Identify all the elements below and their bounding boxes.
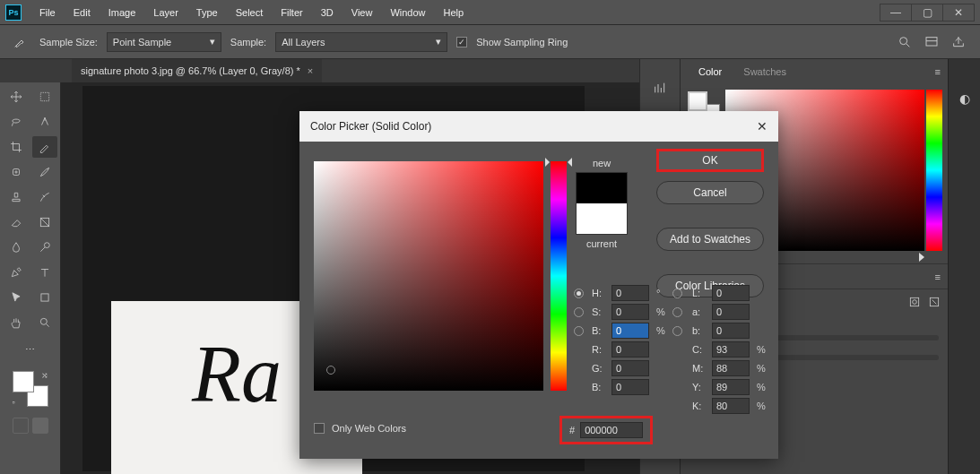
path-select-tool[interactable] (4, 287, 29, 308)
dialog-close-button[interactable]: ✕ (757, 119, 768, 134)
active-tool-icon[interactable] (9, 31, 30, 53)
eyedropper-tool[interactable] (32, 136, 57, 158)
radio-a[interactable] (672, 307, 682, 317)
healing-tool[interactable] (4, 161, 29, 183)
adjustment-clip-icon[interactable] (928, 296, 941, 308)
blur-tool[interactable] (4, 237, 29, 258)
default-colors-icon[interactable]: ▫ (13, 398, 15, 407)
tab-color[interactable]: Color (688, 62, 733, 82)
panel-fg-swatch[interactable] (688, 91, 707, 111)
close-tab-icon[interactable]: × (308, 65, 313, 76)
edit-toolbar-button[interactable]: ⋯ (4, 339, 56, 360)
crop-tool[interactable] (4, 136, 29, 158)
input-r[interactable] (611, 341, 649, 358)
search-icon[interactable] (898, 35, 912, 49)
input-c[interactable] (712, 341, 750, 358)
menu-file[interactable]: File (30, 7, 65, 18)
brush-tool[interactable] (32, 161, 57, 183)
adjustment-preset-icon[interactable] (908, 296, 921, 308)
window-maximize-button[interactable]: ▢ (911, 4, 943, 22)
input-blue[interactable] (611, 379, 649, 395)
color-field[interactable] (314, 161, 543, 391)
share-icon[interactable] (951, 35, 966, 49)
radio-b[interactable] (574, 326, 584, 336)
input-y[interactable] (712, 379, 750, 395)
signature-content: Ra (192, 328, 282, 420)
panel-menu-icon[interactable]: ≡ (935, 271, 941, 282)
label-l: L: (692, 288, 708, 298)
show-ring-label: Show Sampling Ring (476, 37, 568, 47)
only-web-colors-checkbox[interactable] (314, 423, 325, 434)
cancel-button[interactable]: Cancel (656, 181, 764, 204)
history-brush-tool[interactable] (32, 186, 57, 208)
quick-mask-toggle[interactable] (4, 418, 56, 434)
radio-labb[interactable] (672, 326, 682, 336)
show-ring-checkbox[interactable]: ✓ (456, 37, 467, 47)
swap-colors-icon[interactable]: ⤭ (41, 371, 48, 380)
stamp-tool[interactable] (4, 186, 29, 208)
chevron-down-icon: ▾ (210, 36, 215, 47)
marquee-tool[interactable] (32, 86, 57, 108)
shape-tool[interactable] (32, 287, 57, 308)
input-l[interactable] (712, 285, 750, 301)
input-brightness[interactable] (611, 323, 649, 339)
menu-filter[interactable]: Filter (272, 7, 311, 18)
type-tool[interactable] (32, 262, 57, 283)
lasso-tool[interactable] (4, 111, 29, 133)
sample-select[interactable]: All Layers▾ (275, 32, 447, 52)
menu-layer[interactable]: Layer (144, 7, 187, 18)
input-h[interactable] (611, 285, 649, 301)
window-close-button[interactable]: ✕ (942, 4, 975, 22)
ok-button[interactable]: OK (656, 149, 764, 172)
eraser-tool[interactable] (4, 211, 29, 233)
input-k[interactable] (712, 398, 750, 414)
histogram-icon[interactable] (653, 81, 667, 95)
input-g[interactable] (611, 360, 649, 376)
zoom-tool[interactable] (32, 312, 57, 333)
radio-s[interactable] (574, 307, 584, 317)
gradient-tool[interactable] (32, 211, 57, 233)
menu-view[interactable]: View (343, 7, 382, 18)
input-m[interactable] (712, 360, 750, 376)
menu-edit[interactable]: Edit (65, 7, 100, 18)
color-picker-dialog: Color Picker (Solid Color) ✕ new current… (299, 111, 778, 459)
creative-cloud-icon[interactable]: ◐ (956, 90, 974, 108)
new-color-label: new (576, 158, 628, 168)
input-a[interactable] (712, 304, 750, 320)
hand-tool[interactable] (4, 312, 29, 333)
hex-input[interactable] (580, 422, 643, 438)
menu-window[interactable]: Window (381, 7, 434, 18)
menu-help[interactable]: Help (435, 7, 473, 18)
add-to-swatches-button[interactable]: Add to Swatches (656, 228, 764, 251)
radio-h[interactable] (574, 289, 584, 298)
menu-select[interactable]: Select (227, 7, 273, 18)
current-color-swatch[interactable] (577, 203, 627, 234)
quick-select-tool[interactable] (32, 111, 57, 133)
dialog-title-bar[interactable]: Color Picker (Solid Color) ✕ (299, 111, 778, 142)
label-bb: B: (592, 325, 608, 336)
label-c: C: (692, 344, 708, 355)
new-color-swatch (577, 173, 627, 203)
dodge-tool[interactable] (32, 237, 57, 258)
sample-size-select[interactable]: Point Sample▾ (107, 32, 221, 52)
input-labb[interactable] (712, 323, 750, 339)
color-swatches[interactable]: ⤭ ▫ (13, 371, 48, 407)
foreground-swatch[interactable] (13, 371, 34, 392)
radio-l[interactable] (672, 289, 682, 298)
pen-tool[interactable] (4, 262, 29, 283)
menu-3d[interactable]: 3D (312, 7, 343, 18)
menu-image[interactable]: Image (100, 7, 145, 18)
workspace-icon[interactable] (924, 35, 939, 49)
move-tool[interactable] (4, 86, 29, 108)
label-s: S: (592, 306, 608, 317)
panel-menu-icon[interactable]: ≡ (935, 66, 941, 77)
tab-swatches[interactable]: Swatches (733, 62, 797, 82)
input-s[interactable] (611, 304, 649, 320)
window-minimize-button[interactable]: — (880, 4, 912, 22)
only-web-colors-label: Only Web Colors (332, 423, 406, 434)
menu-type[interactable]: Type (187, 7, 227, 18)
panel-hue-strip[interactable] (926, 90, 942, 251)
svg-rect-8 (910, 297, 918, 306)
document-tab[interactable]: signature photo 3.jpg @ 66.7% (Layer 0, … (72, 59, 322, 82)
hue-slider[interactable] (551, 161, 567, 391)
